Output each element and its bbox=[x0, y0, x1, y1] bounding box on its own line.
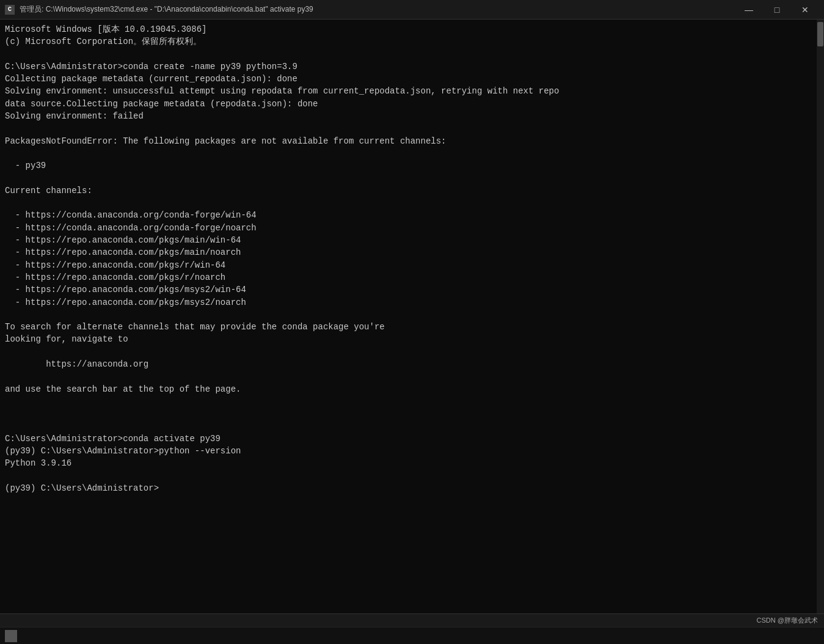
status-bar: CSDN @胖墩会武术 bbox=[0, 613, 824, 627]
maximize-button[interactable]: □ bbox=[763, 0, 791, 20]
app-icon: C bbox=[5, 5, 15, 15]
title-bar: C 管理员: C:\Windows\system32\cmd.exe - "D:… bbox=[0, 0, 824, 20]
bottom-bar bbox=[0, 627, 824, 644]
bottom-icon bbox=[5, 630, 17, 642]
watermark-text: CSDN @胖墩会武术 bbox=[757, 616, 818, 625]
window-title: 管理员: C:\Windows\system32\cmd.exe - "D:\A… bbox=[20, 4, 735, 15]
window-controls: — □ ✕ bbox=[735, 0, 819, 20]
scrollbar[interactable] bbox=[817, 20, 824, 613]
console-area: Microsoft Windows [版本 10.0.19045.3086] (… bbox=[0, 20, 824, 613]
close-button[interactable]: ✕ bbox=[791, 0, 819, 20]
minimize-button[interactable]: — bbox=[735, 0, 763, 20]
console-output[interactable]: Microsoft Windows [版本 10.0.19045.3086] (… bbox=[0, 20, 817, 613]
cmd-window: C 管理员: C:\Windows\system32\cmd.exe - "D:… bbox=[0, 0, 824, 644]
scrollbar-thumb[interactable] bbox=[817, 22, 823, 46]
